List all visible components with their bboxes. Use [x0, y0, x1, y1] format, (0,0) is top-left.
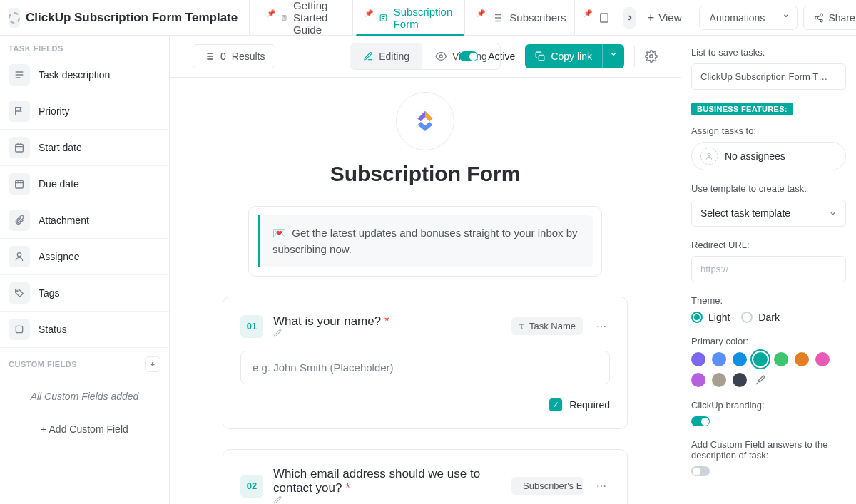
business-features-badge: BUSINESS FEATURES: [691, 103, 793, 115]
field-label: Task description [39, 69, 110, 81]
list-icon [203, 51, 215, 62]
svg-point-19 [601, 485, 602, 487]
tag-icon [9, 282, 30, 304]
field-assignee[interactable]: Assignee [0, 239, 169, 275]
pin-icon: 📌 [584, 9, 592, 17]
svg-point-8 [17, 253, 21, 257]
chevron-right-icon [626, 14, 634, 22]
field-label: Tags [39, 287, 60, 299]
color-swatch[interactable] [712, 373, 726, 387]
more-tabs-button[interactable] [623, 7, 636, 29]
color-swatch[interactable] [815, 352, 830, 366]
tabs: 📌 Getting Started Guide 📌 Subscription F… [249, 0, 693, 35]
copy-link-button[interactable]: Copy link [525, 44, 602, 68]
color-swatch[interactable] [753, 352, 768, 366]
tab-subscription-form[interactable]: 📌 Subscription Form [356, 0, 466, 36]
assignee-select[interactable]: No assignees [691, 142, 846, 170]
custom-fields-header: CUSTOM FIELDS + [0, 348, 169, 376]
task-fields-header: TASK FIELDS [0, 36, 169, 57]
color-picker-button[interactable] [753, 373, 768, 387]
add-field-button[interactable]: + [145, 356, 160, 372]
settings-button[interactable] [645, 50, 658, 63]
copy-icon [535, 51, 545, 61]
field-type-badge[interactable]: Subscriber's E… [511, 477, 583, 495]
color-swatches [691, 352, 846, 387]
copy-link-dropdown[interactable] [602, 44, 624, 68]
tab-collapsed[interactable]: 📌 [578, 0, 616, 36]
required-checkbox[interactable]: ✓ [549, 398, 562, 411]
svg-rect-2 [601, 14, 608, 22]
flag-icon [9, 101, 30, 122]
field-label: Priority [39, 106, 70, 117]
question-more-button[interactable] [593, 318, 610, 335]
template-select[interactable]: Select task template [691, 200, 846, 227]
form-description-card[interactable]: 💌 Get the latest updates and bonuses str… [248, 206, 602, 277]
clip-icon [9, 210, 30, 231]
assign-label: Assign tasks to: [691, 125, 846, 136]
branding-toggle[interactable] [691, 416, 710, 426]
question-label[interactable]: Which email address should we use to con… [273, 467, 501, 504]
field-due-date[interactable]: Due date [0, 166, 169, 202]
share-icon [814, 13, 824, 23]
tab-getting-started[interactable]: 📌 Getting Started Guide [258, 0, 353, 36]
color-swatch[interactable] [733, 352, 747, 366]
list-label: List to save tasks: [691, 47, 846, 58]
redirect-input[interactable]: https:// [691, 256, 846, 282]
color-swatch[interactable] [795, 352, 809, 366]
add-view-button[interactable]: + View [647, 11, 681, 25]
question-label[interactable]: What is your name? * [273, 314, 501, 338]
svg-point-5 [820, 19, 823, 22]
svg-rect-7 [16, 180, 24, 188]
active-toggle[interactable] [459, 51, 478, 61]
calendar-icon [9, 137, 30, 158]
field-type-badge[interactable]: Task Name [511, 317, 583, 335]
question-more-button[interactable] [593, 478, 610, 495]
chevron-down-icon [610, 51, 617, 58]
field-start-date[interactable]: Start date [0, 130, 169, 166]
field-attachment[interactable]: Attachment [0, 202, 169, 239]
share-button[interactable]: Share [803, 6, 856, 30]
theme-dark-option[interactable]: Dark [741, 312, 780, 323]
center-toolbar: 0 Results Editing Viewing Active [170, 36, 681, 77]
form-logo[interactable] [396, 92, 454, 150]
editing-tab[interactable]: Editing [350, 43, 422, 69]
color-swatch[interactable] [712, 352, 726, 366]
pencil-icon [273, 495, 501, 504]
field-label: Assignee [39, 251, 80, 262]
color-swatch[interactable] [691, 373, 705, 387]
field-priority[interactable]: Priority [0, 93, 169, 130]
field-tags[interactable]: Tags [0, 275, 169, 312]
automations-dropdown[interactable] [775, 6, 798, 30]
svg-point-11 [439, 55, 442, 58]
svg-point-9 [17, 291, 18, 292]
field-task-description[interactable]: Task description [0, 57, 169, 93]
svg-point-21 [708, 153, 710, 156]
tab-subscribers[interactable]: 📌 Subscribers [468, 0, 575, 36]
tab-label: Getting Started Guide [293, 0, 344, 36]
field-status[interactable]: Status [0, 312, 169, 348]
list-select[interactable]: ClickUp Subscription Form T… [691, 63, 846, 90]
field-label: Status [39, 324, 67, 335]
add-custom-field-button[interactable]: + Add Custom Field [0, 416, 169, 442]
theme-light-option[interactable]: Light [691, 312, 730, 323]
color-swatch[interactable] [774, 352, 788, 366]
square-icon [9, 319, 30, 340]
edit-view-toggle: Editing Viewing [350, 43, 501, 70]
field-label: Start date [39, 142, 82, 153]
pin-icon: 📌 [365, 9, 373, 17]
pencil-icon [273, 329, 501, 338]
svg-rect-6 [16, 144, 24, 152]
right-panel: List to save tasks: ClickUp Subscription… [681, 36, 856, 504]
assign-value: No assignees [725, 150, 785, 162]
svg-rect-10 [16, 326, 22, 332]
cf-answers-toggle[interactable] [691, 466, 710, 476]
color-swatch[interactable] [691, 352, 705, 366]
color-swatch[interactable] [733, 373, 747, 387]
results-button[interactable]: 0 Results [193, 44, 275, 68]
automations-button[interactable]: Automations [699, 6, 776, 30]
tab-label: Subscribers [509, 11, 566, 24]
question-input[interactable]: e.g. John Smith (Placeholder) [240, 351, 610, 384]
svg-rect-12 [539, 55, 545, 61]
chevron-down-icon [783, 12, 790, 19]
svg-point-15 [601, 326, 602, 327]
